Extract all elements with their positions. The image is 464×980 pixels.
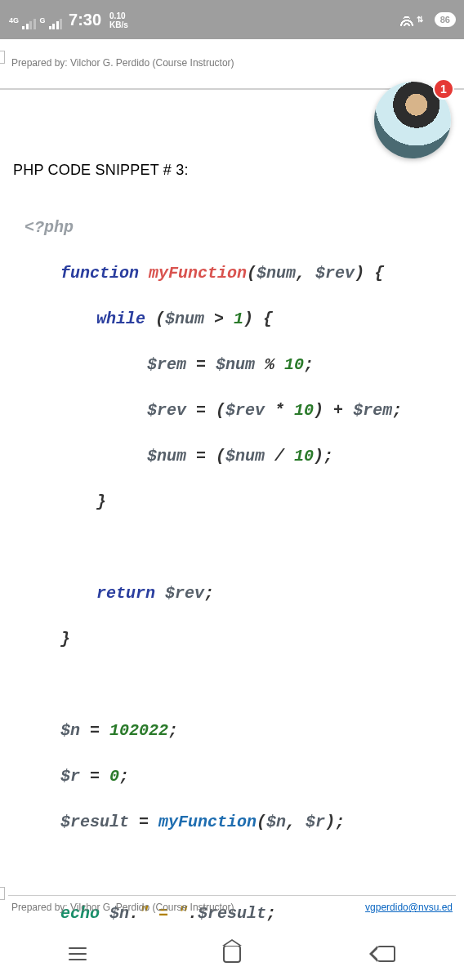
net-speed: 0.10 KB/s — [109, 11, 128, 29]
php-code-block: <?php function myFunction($num, $rev) { … — [8, 194, 456, 928]
page-body: PHP CODE SNIPPET # 3: <?php function myF… — [0, 90, 464, 928]
profile-avatar-wrap[interactable]: 1 — [374, 82, 451, 158]
prepared-by-top: Prepared by: Vilchor G. Perdido (Course … — [11, 57, 453, 69]
page-footer: Prepared by: Vilchor G. Perdido (Course … — [0, 895, 464, 913]
status-left: 4G G 7:30 0.10 KB/s — [8, 11, 128, 29]
back-button[interactable] — [375, 942, 398, 965]
net-speed-value: 0.10 — [109, 11, 128, 20]
back-icon — [377, 946, 395, 962]
page-corner-stub — [0, 51, 5, 64]
hamburger-icon — [69, 953, 87, 955]
network-type-2: G — [40, 17, 46, 24]
battery-pill: 86 — [435, 12, 456, 27]
document-viewport[interactable]: Prepared by: Vilchor G. Perdido (Course … — [0, 39, 464, 928]
net-speed-unit: KB/s — [109, 20, 128, 29]
php-open-tag: <?php — [25, 218, 74, 237]
footer-email-link[interactable]: vgperdido@nvsu.ed — [365, 902, 453, 913]
clock: 7:30 — [69, 11, 101, 29]
page-header: Prepared by: Vilchor G. Perdido (Course … — [0, 39, 464, 90]
notification-badge[interactable]: 1 — [433, 78, 454, 100]
network-type-1: 4G — [9, 17, 19, 24]
page-corner-stub-bottom — [0, 887, 5, 900]
footer-divider — [8, 895, 456, 896]
recent-apps-button[interactable] — [66, 942, 89, 965]
home-button[interactable] — [221, 942, 243, 965]
android-status-bar: 4G G 7:30 0.10 KB/s 86 — [0, 0, 464, 39]
android-nav-bar — [0, 928, 464, 980]
wifi-icon — [399, 13, 415, 26]
signal-bars-2 — [49, 19, 63, 29]
code-snippet-heading: PHP CODE SNIPPET # 3: — [13, 162, 456, 179]
status-right: 86 — [399, 12, 456, 27]
prepared-by-bottom: Prepared by: Vilchor G. Perdido (Course … — [11, 902, 234, 913]
home-icon — [223, 945, 241, 963]
signal-bars-1 — [22, 19, 36, 29]
